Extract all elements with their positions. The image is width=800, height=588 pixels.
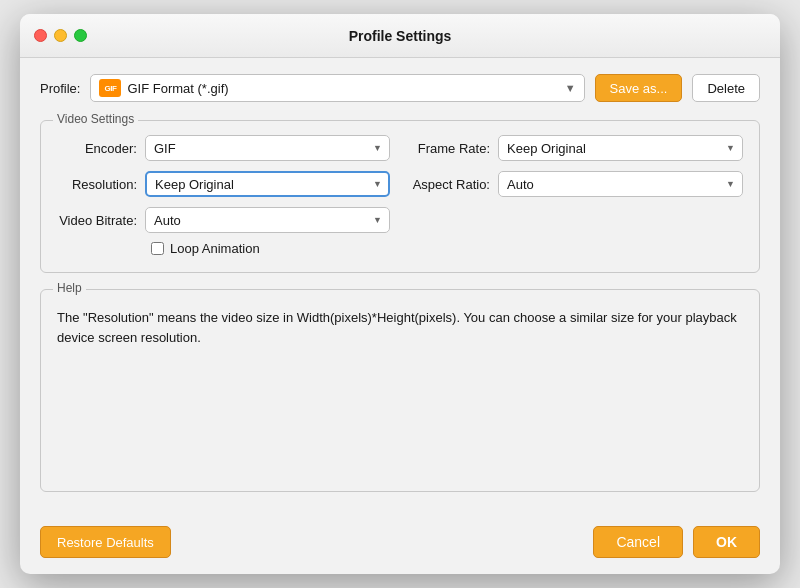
- video-settings-label: Video Settings: [53, 112, 138, 126]
- traffic-lights: [34, 29, 87, 42]
- aspect-ratio-label: Aspect Ratio:: [410, 177, 490, 192]
- frame-rate-select[interactable]: Keep Original51015243060: [498, 135, 743, 161]
- profile-chevron-icon: ▼: [565, 82, 576, 94]
- cancel-button[interactable]: Cancel: [593, 526, 683, 558]
- profile-row: Profile: GIF GIF Format (*.gif) ▼ Save a…: [40, 74, 760, 102]
- window-title: Profile Settings: [349, 28, 452, 44]
- resolution-select-wrapper: Keep Original320x240640x4801280x7201920x…: [145, 171, 390, 197]
- profile-label: Profile:: [40, 81, 80, 96]
- frame-rate-select-wrapper: Keep Original51015243060 ▼: [498, 135, 743, 161]
- window: Profile Settings Profile: GIF GIF Format…: [20, 14, 780, 574]
- encoder-select-wrapper: GIFH.264H.265MPEG-4 ▼: [145, 135, 390, 161]
- minimize-button[interactable]: [54, 29, 67, 42]
- help-section-label: Help: [53, 281, 86, 295]
- bottom-bar: Restore Defaults Cancel OK: [20, 512, 780, 574]
- video-settings-grid: Encoder: GIFH.264H.265MPEG-4 ▼ Frame Rat…: [57, 135, 743, 233]
- video-bitrate-select[interactable]: Auto512k1M2M4M8M: [145, 207, 390, 233]
- help-text: The "Resolution" means the video size in…: [57, 308, 743, 347]
- video-bitrate-row: Video Bitrate: Auto512k1M2M4M8M ▼: [57, 207, 390, 233]
- bottom-right-buttons: Cancel OK: [593, 526, 760, 558]
- frame-rate-label: Frame Rate:: [410, 141, 490, 156]
- content-area: Profile: GIF GIF Format (*.gif) ▼ Save a…: [20, 58, 780, 512]
- frame-rate-row: Frame Rate: Keep Original51015243060 ▼: [410, 135, 743, 161]
- video-bitrate-label: Video Bitrate:: [57, 213, 137, 228]
- loop-animation-row: Loop Animation: [57, 241, 743, 256]
- profile-value: GIF Format (*.gif): [127, 81, 228, 96]
- aspect-ratio-select-wrapper: Auto4:316:91:1 ▼: [498, 171, 743, 197]
- loop-animation-label: Loop Animation: [170, 241, 260, 256]
- resolution-row: Resolution: Keep Original320x240640x4801…: [57, 171, 390, 197]
- loop-animation-checkbox[interactable]: [151, 242, 164, 255]
- maximize-button[interactable]: [74, 29, 87, 42]
- resolution-select[interactable]: Keep Original320x240640x4801280x7201920x…: [145, 171, 390, 197]
- aspect-ratio-row: Aspect Ratio: Auto4:316:91:1 ▼: [410, 171, 743, 197]
- encoder-select[interactable]: GIFH.264H.265MPEG-4: [145, 135, 390, 161]
- profile-select-inner: GIF GIF Format (*.gif): [99, 79, 228, 97]
- resolution-label: Resolution:: [57, 177, 137, 192]
- video-bitrate-select-wrapper: Auto512k1M2M4M8M ▼: [145, 207, 390, 233]
- titlebar: Profile Settings: [20, 14, 780, 58]
- encoder-row: Encoder: GIFH.264H.265MPEG-4 ▼: [57, 135, 390, 161]
- delete-button[interactable]: Delete: [692, 74, 760, 102]
- encoder-label: Encoder:: [57, 141, 137, 156]
- video-settings-section: Video Settings Encoder: GIFH.264H.265MPE…: [40, 120, 760, 273]
- profile-select[interactable]: GIF GIF Format (*.gif) ▼: [90, 74, 584, 102]
- aspect-ratio-select[interactable]: Auto4:316:91:1: [498, 171, 743, 197]
- gif-format-icon: GIF: [99, 79, 121, 97]
- close-button[interactable]: [34, 29, 47, 42]
- restore-defaults-button[interactable]: Restore Defaults: [40, 526, 171, 558]
- help-section: Help The "Resolution" means the video si…: [40, 289, 760, 492]
- save-as-button[interactable]: Save as...: [595, 74, 683, 102]
- ok-button[interactable]: OK: [693, 526, 760, 558]
